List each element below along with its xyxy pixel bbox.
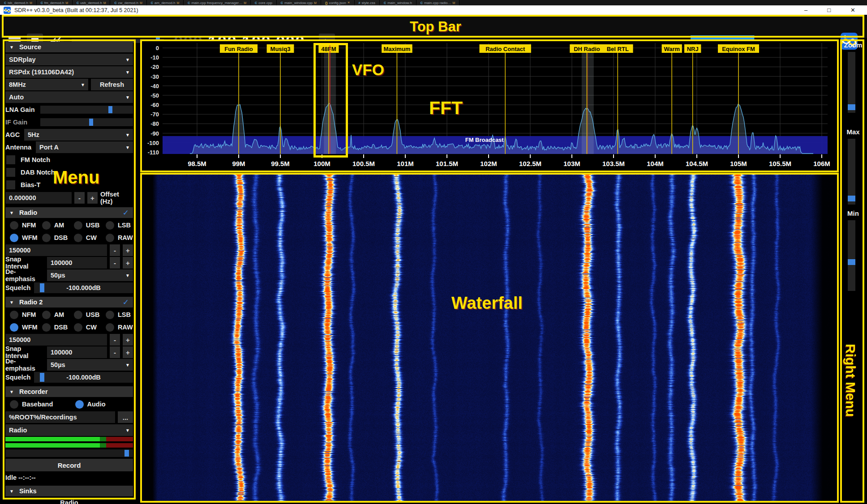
slider-handle[interactable]: [848, 259, 855, 265]
zoom-slider[interactable]: [848, 52, 855, 113]
deemphasis-select[interactable]: 50µs▼: [47, 359, 133, 371]
radio-circle[interactable]: [10, 221, 18, 230]
squelch-slider[interactable]: -100.000dB: [34, 372, 133, 383]
editor-tab[interactable]: Cmain.cpp frequency_manager…M: [184, 0, 251, 5]
record-button[interactable]: Record: [5, 459, 133, 471]
if-gain-slider[interactable]: [40, 118, 133, 126]
mode-wfm[interactable]: WFM: [5, 321, 38, 333]
editor-tab[interactable]: Cmain_window.cppM: [277, 0, 321, 5]
mode-wfm[interactable]: WFM: [5, 232, 38, 243]
radio-circle[interactable]: [42, 311, 51, 319]
radio-circle[interactable]: [42, 234, 51, 242]
editor-tab[interactable]: Ccw_demod.hM: [110, 0, 146, 5]
enabled-check-icon[interactable]: ✓: [123, 208, 129, 218]
bandwidth-plus-button[interactable]: +: [123, 334, 133, 346]
editor-tab[interactable]: Cfm_demod.hM: [37, 0, 73, 5]
slider-handle[interactable]: [848, 104, 855, 110]
recorder-mode-baseband[interactable]: Baseband: [5, 400, 68, 409]
recorder-volume-slider[interactable]: [5, 449, 133, 457]
radio-bandwidth-input[interactable]: 150000: [5, 244, 107, 256]
slider-handle[interactable]: [108, 106, 112, 113]
bandwidth-select[interactable]: 8MHz▼: [5, 79, 88, 90]
lna-gain-slider[interactable]: [40, 106, 133, 114]
mode-lsb[interactable]: LSB: [101, 309, 133, 320]
mode-usb[interactable]: USB: [69, 309, 101, 320]
mode-raw[interactable]: RAW: [101, 232, 133, 243]
mode-raw[interactable]: RAW: [101, 321, 133, 333]
mode-am[interactable]: AM: [38, 309, 69, 320]
editor-tab[interactable]: Cmain_window.h: [380, 0, 416, 5]
snap-interval-input[interactable]: 100000: [47, 346, 107, 358]
bias-t-checkbox[interactable]: [6, 180, 15, 189]
snap-plus-button[interactable]: +: [123, 346, 133, 358]
bandwidth-minus-button[interactable]: -: [110, 244, 120, 256]
recorder-stream-select[interactable]: Radio▼: [5, 424, 133, 436]
snap-minus-button[interactable]: -: [110, 257, 120, 269]
min-slider[interactable]: [848, 220, 855, 291]
mode-am[interactable]: AM: [38, 219, 69, 231]
mode-dsb[interactable]: DSB: [38, 232, 69, 243]
offset-input[interactable]: 0.000000: [5, 192, 72, 204]
enabled-check-icon[interactable]: ✓: [123, 298, 129, 307]
editor-tab[interactable]: #style.css: [355, 0, 380, 5]
radio-circle[interactable]: [106, 311, 114, 319]
waterfall-canvas[interactable]: [144, 174, 836, 502]
slider-handle[interactable]: [124, 450, 129, 457]
source-device-select[interactable]: RSPdx (191106DA42)▼: [5, 66, 133, 78]
max-slider[interactable]: [848, 139, 855, 205]
snap-plus-button[interactable]: +: [123, 257, 133, 269]
slider-handle[interactable]: [848, 196, 855, 201]
section-header-source[interactable]: ▼Source: [5, 42, 133, 52]
fm-notch-checkbox[interactable]: [6, 155, 15, 164]
slider-handle[interactable]: [89, 119, 93, 126]
offset-minus-button[interactable]: -: [74, 192, 85, 204]
mode-nfm[interactable]: NFM: [5, 309, 38, 320]
mode-usb[interactable]: USB: [69, 219, 101, 231]
dab-notch-checkbox[interactable]: [6, 168, 15, 177]
mode-nfm[interactable]: NFM: [5, 219, 38, 231]
section-header-radio[interactable]: ▼Radio✓: [5, 207, 133, 218]
editor-tab[interactable]: Cisb_demod.hM: [0, 0, 37, 5]
radio-circle[interactable]: [10, 323, 18, 332]
squelch-slider[interactable]: -100.000dB: [34, 282, 133, 293]
radio-circle[interactable]: [42, 221, 51, 230]
editor-tab[interactable]: Cmain.cpp radio…M: [416, 0, 459, 5]
agc-select[interactable]: 5Hz▼: [24, 129, 133, 141]
editor-tab[interactable]: Ccore.cpp: [251, 0, 277, 5]
mode-cw[interactable]: CW: [69, 232, 101, 243]
maximize-button[interactable]: □: [827, 7, 831, 13]
gain-mode-select[interactable]: Auto▼: [5, 91, 133, 103]
slider-handle[interactable]: [40, 283, 44, 292]
section-header-radio2[interactable]: ▼Radio 2✓: [5, 297, 133, 308]
radio-circle[interactable]: [10, 400, 18, 409]
radio-circle[interactable]: [75, 400, 84, 409]
snap-interval-input[interactable]: 100000: [47, 257, 107, 269]
source-driver-select[interactable]: SDRplay▼: [5, 54, 133, 65]
snap-minus-button[interactable]: -: [110, 346, 120, 358]
antenna-select[interactable]: Port A▼: [36, 141, 133, 153]
close-button[interactable]: ✕: [850, 7, 855, 13]
recordings-path-input[interactable]: %ROOT%/Recordings: [5, 411, 115, 423]
mode-lsb[interactable]: LSB: [101, 219, 133, 231]
radio-circle[interactable]: [106, 234, 114, 242]
editor-tab[interactable]: Cusb_demod.hM: [73, 0, 110, 5]
offset-plus-button[interactable]: +: [87, 192, 98, 204]
browse-button[interactable]: ...: [118, 411, 133, 423]
recorder-mode-audio[interactable]: Audio: [71, 400, 133, 409]
slider-handle[interactable]: [40, 373, 44, 382]
editor-tab[interactable]: Cam_demod.hM: [147, 0, 184, 5]
bandwidth-minus-button[interactable]: -: [110, 334, 120, 346]
radio-circle[interactable]: [106, 323, 114, 332]
radio-circle[interactable]: [74, 221, 82, 230]
radio-circle[interactable]: [74, 234, 82, 242]
mode-cw[interactable]: CW: [69, 321, 101, 333]
radio-circle[interactable]: [106, 221, 114, 230]
editor-tab[interactable]: {}config.json✕: [321, 0, 355, 5]
section-header-recorder[interactable]: ▼Recorder: [5, 386, 133, 397]
radio2-bandwidth-input[interactable]: 150000: [5, 334, 107, 346]
radio-circle[interactable]: [42, 323, 51, 332]
mode-dsb[interactable]: DSB: [38, 321, 69, 333]
radio-circle[interactable]: [74, 323, 82, 332]
radio-circle[interactable]: [10, 234, 18, 242]
bandwidth-plus-button[interactable]: +: [123, 244, 133, 256]
